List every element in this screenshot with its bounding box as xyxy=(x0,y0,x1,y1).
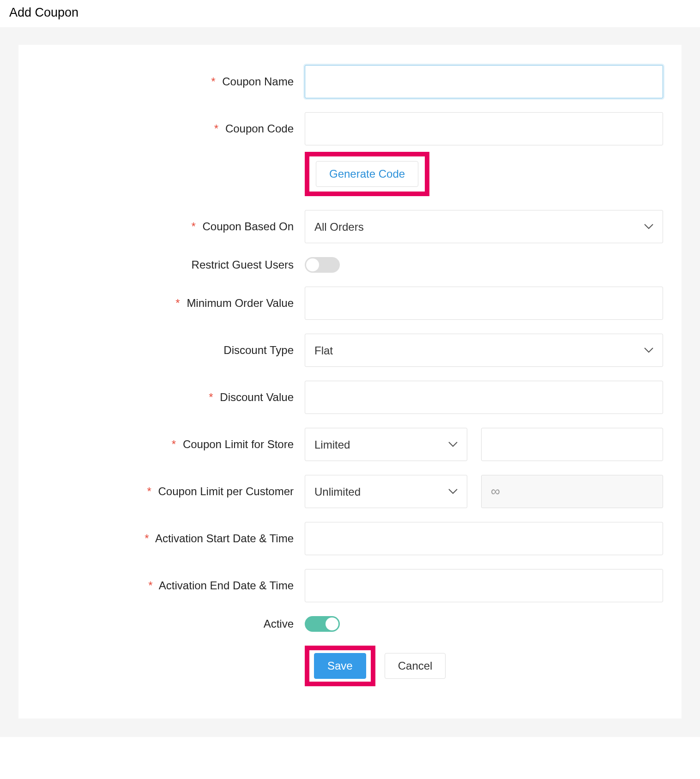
label-discount-value: * Discount Value xyxy=(23,391,305,404)
restrict-guest-toggle[interactable] xyxy=(305,257,340,273)
label-activation-start: * Activation Start Date & Time xyxy=(23,532,305,545)
label-text: Activation Start Date & Time xyxy=(155,532,294,545)
row-discount-value: * Discount Value xyxy=(23,381,677,414)
label-text: Restrict Guest Users xyxy=(192,258,294,271)
required-asterisk: * xyxy=(172,438,176,450)
label-coupon-based-on: * Coupon Based On xyxy=(23,220,305,234)
limit-store-value-input[interactable] xyxy=(481,428,663,461)
required-asterisk: * xyxy=(214,122,218,135)
activation-end-input[interactable] xyxy=(305,569,663,602)
minimum-order-value-input[interactable] xyxy=(305,287,663,320)
label-text: Activation End Date & Time xyxy=(159,579,294,592)
label-text: Coupon Limit for Store xyxy=(183,438,294,450)
discount-value-input[interactable] xyxy=(305,381,663,414)
label-coupon-name: * Coupon Name xyxy=(23,75,305,89)
row-limit-customer: * Coupon Limit per Customer Unlimited ∞ xyxy=(23,475,677,508)
limit-store-mode-select[interactable]: Limited xyxy=(305,428,467,461)
row-restrict-guest: Restrict Guest Users xyxy=(23,257,677,273)
label-text: Coupon Code xyxy=(225,122,294,135)
coupon-based-on-select[interactable]: All Orders xyxy=(305,210,663,243)
label-activation-end: * Activation End Date & Time xyxy=(23,579,305,593)
label-text: Discount Type xyxy=(223,344,294,356)
toggle-knob xyxy=(306,258,319,271)
highlight-generate-code: Generate Code xyxy=(305,152,429,196)
label-text: Discount Value xyxy=(220,391,294,403)
row-coupon-name: * Coupon Name xyxy=(23,65,677,98)
active-toggle[interactable] xyxy=(305,616,340,632)
form: * Coupon Name * Coupon Code xyxy=(23,65,677,686)
coupon-code-input[interactable] xyxy=(305,112,663,145)
required-asterisk: * xyxy=(175,297,180,309)
label-text: Active xyxy=(264,617,294,630)
coupon-name-input[interactable] xyxy=(305,65,663,98)
row-activation-start: * Activation Start Date & Time xyxy=(23,522,677,555)
row-limit-store: * Coupon Limit for Store Limited xyxy=(23,428,677,461)
label-limit-customer: * Coupon Limit per Customer xyxy=(23,485,305,498)
required-asterisk: * xyxy=(211,75,215,88)
label-active: Active xyxy=(23,617,305,631)
page-title: Add Coupon xyxy=(0,0,700,27)
row-activation-end: * Activation End Date & Time xyxy=(23,569,677,602)
generate-code-button[interactable]: Generate Code xyxy=(316,161,418,187)
form-card: * Coupon Name * Coupon Code xyxy=(18,45,682,719)
required-asterisk: * xyxy=(145,532,149,545)
limit-customer-mode-select[interactable]: Unlimited xyxy=(305,475,467,508)
highlight-save: Save xyxy=(305,646,375,686)
required-asterisk: * xyxy=(209,391,213,403)
row-coupon-code: * Coupon Code xyxy=(23,112,677,145)
label-discount-type: Discount Type xyxy=(23,344,305,357)
required-asterisk: * xyxy=(192,220,196,233)
required-asterisk: * xyxy=(148,579,152,592)
label-restrict-guest: Restrict Guest Users xyxy=(23,258,305,272)
label-coupon-code: * Coupon Code xyxy=(23,122,305,136)
label-text: Coupon Based On xyxy=(203,220,294,233)
row-actions: Save Cancel xyxy=(23,646,677,686)
row-min-order: * Minimum Order Value xyxy=(23,287,677,320)
label-text: Coupon Name xyxy=(222,75,294,88)
limit-customer-value-display: ∞ xyxy=(481,475,663,508)
row-discount-type: Discount Type Flat xyxy=(23,334,677,367)
label-text: Minimum Order Value xyxy=(187,297,294,309)
required-asterisk: * xyxy=(147,485,151,497)
cancel-button[interactable]: Cancel xyxy=(385,653,446,679)
discount-type-select[interactable]: Flat xyxy=(305,334,663,367)
row-coupon-based-on: * Coupon Based On All Orders xyxy=(23,210,677,243)
row-active: Active xyxy=(23,616,677,632)
save-button[interactable]: Save xyxy=(314,653,366,679)
label-text: Coupon Limit per Customer xyxy=(158,485,294,497)
row-generate-code: Generate Code xyxy=(23,159,677,196)
label-limit-store: * Coupon Limit for Store xyxy=(23,438,305,451)
label-min-order: * Minimum Order Value xyxy=(23,297,305,310)
page-body: * Coupon Name * Coupon Code xyxy=(0,27,700,737)
toggle-knob xyxy=(326,617,338,630)
activation-start-input[interactable] xyxy=(305,522,663,555)
